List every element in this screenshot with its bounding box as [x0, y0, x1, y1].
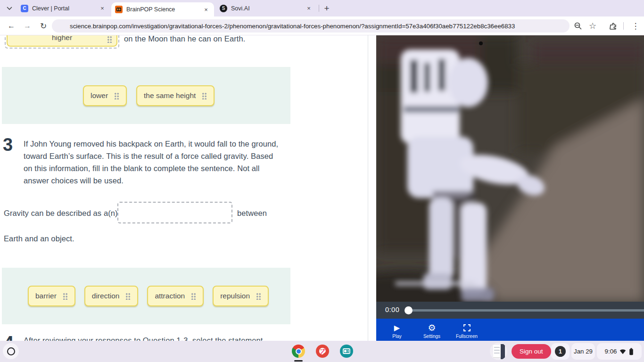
tab-strip: C Clever | Portal × BrainPOP Science × S… [0, 0, 644, 16]
drag-handle-icon[interactable] [63, 292, 68, 300]
launcher-button[interactable] [3, 343, 19, 359]
settings-label: Settings [423, 334, 440, 339]
new-tab-button[interactable]: + [321, 3, 332, 14]
video-controls-bar: ▶ Play ⚙ Settings Fullscreen [376, 319, 644, 341]
address-bar[interactable]: science.brainpop.com/investigation/gravi… [52, 19, 570, 33]
reload-icon[interactable]: ↻ [38, 20, 49, 32]
fullscreen-icon [463, 323, 471, 332]
tab-brainpop-science[interactable]: BrainPOP Science × [111, 2, 214, 16]
close-tab-icon[interactable]: × [98, 4, 107, 13]
seek-thumb[interactable] [405, 306, 413, 314]
video-player: 0:00 ▶ Play ⚙ Settings Fullscreen [376, 35, 644, 341]
sovi-favicon: S [220, 5, 227, 12]
canvas-app-icon[interactable] [316, 345, 329, 358]
word-chip-attraction[interactable]: attraction [147, 286, 204, 306]
wifi-icon [619, 349, 626, 354]
tab-label: BrainPOP Science [126, 6, 198, 13]
close-tab-icon[interactable]: × [202, 5, 210, 14]
tab-clever-portal[interactable]: C Clever | Portal × [17, 0, 110, 16]
clock-label: 9:06 [605, 348, 617, 355]
toolbar-divider [623, 22, 624, 30]
pane-divider [368, 35, 368, 341]
gear-icon: ⚙ [428, 323, 436, 332]
fullscreen-label: Fullscreen [456, 334, 478, 339]
word-bank-q3: barrier direction attraction repulsion [2, 268, 290, 324]
answer-chip-higher[interactable]: higher [7, 35, 117, 47]
tab-search-chevron-icon[interactable] [4, 3, 15, 14]
word-chip-direction[interactable]: direction [84, 286, 139, 306]
cloze-line2: Earth and an object. [4, 234, 74, 243]
chrome-running-indicator [294, 360, 303, 362]
notification-badge: 1 [555, 346, 566, 357]
screencast-app-icon[interactable] [340, 345, 353, 358]
clever-favicon: C [21, 5, 28, 12]
url-text: science.brainpop.com/investigation/gravi… [70, 23, 515, 30]
word-chip-repulsion[interactable]: repulsion [213, 286, 269, 306]
close-tab-icon[interactable]: × [305, 4, 313, 13]
cloze-suffix: between [237, 209, 267, 218]
chip-label: higher [52, 35, 72, 42]
bookmark-star-icon[interactable]: ☆ [587, 20, 598, 32]
browser-toolbar: ← → ↻ science.brainpop.com/investigation… [0, 16, 644, 35]
chip-label: repulsion [220, 292, 250, 300]
tab-divider [319, 5, 319, 12]
status-tray[interactable]: 9:06 [597, 343, 642, 360]
brainpop-favicon [115, 6, 123, 13]
sign-out-button[interactable]: Sign out [512, 344, 551, 359]
drag-handle-icon[interactable] [256, 292, 261, 300]
tab-label: Sovi.AI [231, 5, 301, 12]
fullscreen-button[interactable]: Fullscreen [452, 323, 482, 339]
drag-handle-icon[interactable] [202, 92, 207, 99]
word-chip-the-same-height[interactable]: the same height [136, 85, 215, 106]
current-time: 0:00 [385, 306, 399, 313]
launcher-ring-icon [7, 347, 15, 355]
date-tray[interactable]: Jan 29 [571, 343, 595, 360]
video-timebar: 0:00 [376, 302, 644, 319]
drag-handle-icon[interactable] [107, 35, 112, 43]
chip-label: the same height [144, 91, 196, 100]
video-frame[interactable] [376, 35, 644, 302]
seek-track[interactable] [408, 309, 644, 312]
window-preview-avatar[interactable] [490, 343, 507, 360]
forward-icon[interactable]: → [22, 20, 33, 32]
word-chip-barrier[interactable]: barrier [28, 286, 75, 306]
extensions-icon[interactable] [607, 20, 619, 32]
answer-dropzone-q2[interactable]: higher [5, 35, 119, 49]
drag-handle-icon[interactable] [191, 292, 196, 300]
cloze-prefix: Gravity can be described as a(n) [4, 209, 118, 218]
question-4-number: 4 [4, 334, 14, 341]
question-3-prompt: If John Young removed his backpack on Ea… [24, 138, 284, 187]
chip-label: lower [91, 91, 108, 100]
moonwalk-video-still [376, 35, 644, 302]
drag-handle-icon[interactable] [114, 92, 119, 99]
settings-button[interactable]: ⚙ Settings [419, 323, 445, 339]
quiz-pane: higher on the Moon than he can on Earth.… [0, 35, 368, 341]
zoom-out-icon[interactable] [572, 20, 584, 32]
preview-dark-strip [501, 344, 505, 359]
play-button[interactable]: ▶ Play [388, 323, 406, 339]
tab-sovi-ai[interactable]: S Sovi.AI × [216, 0, 317, 16]
play-icon: ▶ [394, 323, 400, 332]
chip-label: direction [92, 292, 120, 300]
chip-label: attraction [155, 292, 185, 300]
sentence-fragment: on the Moon than he can on Earth. [124, 35, 245, 43]
tab-label: Clever | Portal [32, 5, 94, 12]
answer-dropzone-q3[interactable] [117, 202, 232, 223]
question-3-number: 3 [3, 136, 13, 154]
notification-counter[interactable]: 1 [551, 343, 570, 360]
chrome-app-icon[interactable] [292, 345, 305, 358]
word-bank-q2: lower the same height [2, 67, 290, 124]
question-4-prompt-partial: After reviewing your responses to Questi… [24, 336, 288, 341]
chip-label: barrier [35, 292, 57, 300]
back-icon[interactable]: ← [6, 20, 17, 32]
chromeos-shelf: Sign out 1 Jan 29 9:06 [0, 341, 644, 362]
battery-icon [629, 348, 634, 355]
drag-handle-icon[interactable] [125, 292, 131, 300]
play-label: Play [392, 334, 401, 339]
preview-page [493, 345, 501, 358]
word-chip-lower[interactable]: lower [83, 85, 127, 106]
browser-menu-icon[interactable]: ⋮ [630, 20, 641, 32]
date-label: Jan 29 [574, 348, 593, 355]
site-settings-icon[interactable] [58, 22, 65, 30]
